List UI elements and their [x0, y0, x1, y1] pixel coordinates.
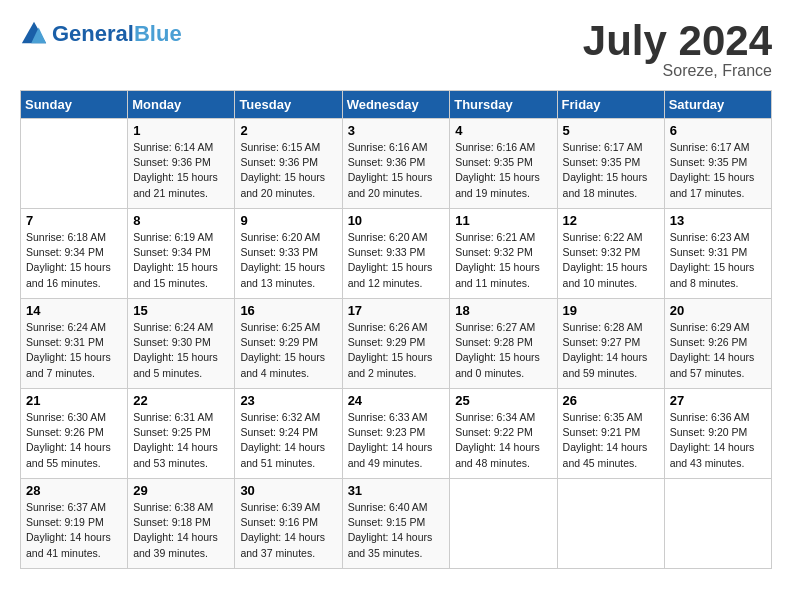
calendar-cell: 6Sunrise: 6:17 AM Sunset: 9:35 PM Daylig… [664, 119, 771, 209]
calendar-cell: 11Sunrise: 6:21 AM Sunset: 9:32 PM Dayli… [450, 209, 557, 299]
day-info: Sunrise: 6:21 AM Sunset: 9:32 PM Dayligh… [455, 230, 551, 291]
day-number: 20 [670, 303, 766, 318]
day-info: Sunrise: 6:22 AM Sunset: 9:32 PM Dayligh… [563, 230, 659, 291]
calendar-cell: 22Sunrise: 6:31 AM Sunset: 9:25 PM Dayli… [128, 389, 235, 479]
calendar-cell: 16Sunrise: 6:25 AM Sunset: 9:29 PM Dayli… [235, 299, 342, 389]
page-header: GeneralBlue July 2024 Soreze, France [20, 20, 772, 80]
day-number: 4 [455, 123, 551, 138]
day-number: 19 [563, 303, 659, 318]
day-info: Sunrise: 6:33 AM Sunset: 9:23 PM Dayligh… [348, 410, 445, 471]
calendar-cell: 8Sunrise: 6:19 AM Sunset: 9:34 PM Daylig… [128, 209, 235, 299]
calendar-cell [450, 479, 557, 569]
day-info: Sunrise: 6:25 AM Sunset: 9:29 PM Dayligh… [240, 320, 336, 381]
day-info: Sunrise: 6:27 AM Sunset: 9:28 PM Dayligh… [455, 320, 551, 381]
day-info: Sunrise: 6:19 AM Sunset: 9:34 PM Dayligh… [133, 230, 229, 291]
day-info: Sunrise: 6:24 AM Sunset: 9:31 PM Dayligh… [26, 320, 122, 381]
day-number: 26 [563, 393, 659, 408]
day-number: 17 [348, 303, 445, 318]
header-tuesday: Tuesday [235, 91, 342, 119]
day-number: 18 [455, 303, 551, 318]
day-number: 6 [670, 123, 766, 138]
day-info: Sunrise: 6:28 AM Sunset: 9:27 PM Dayligh… [563, 320, 659, 381]
calendar-cell: 25Sunrise: 6:34 AM Sunset: 9:22 PM Dayli… [450, 389, 557, 479]
calendar-cell: 18Sunrise: 6:27 AM Sunset: 9:28 PM Dayli… [450, 299, 557, 389]
day-number: 31 [348, 483, 445, 498]
day-info: Sunrise: 6:29 AM Sunset: 9:26 PM Dayligh… [670, 320, 766, 381]
day-number: 10 [348, 213, 445, 228]
day-info: Sunrise: 6:20 AM Sunset: 9:33 PM Dayligh… [348, 230, 445, 291]
day-info: Sunrise: 6:30 AM Sunset: 9:26 PM Dayligh… [26, 410, 122, 471]
calendar-cell: 20Sunrise: 6:29 AM Sunset: 9:26 PM Dayli… [664, 299, 771, 389]
day-info: Sunrise: 6:14 AM Sunset: 9:36 PM Dayligh… [133, 140, 229, 201]
calendar-header-row: SundayMondayTuesdayWednesdayThursdayFrid… [21, 91, 772, 119]
calendar-cell: 24Sunrise: 6:33 AM Sunset: 9:23 PM Dayli… [342, 389, 450, 479]
day-number: 30 [240, 483, 336, 498]
calendar-table: SundayMondayTuesdayWednesdayThursdayFrid… [20, 90, 772, 569]
day-info: Sunrise: 6:34 AM Sunset: 9:22 PM Dayligh… [455, 410, 551, 471]
calendar-cell: 17Sunrise: 6:26 AM Sunset: 9:29 PM Dayli… [342, 299, 450, 389]
header-monday: Monday [128, 91, 235, 119]
calendar-week-1: 1Sunrise: 6:14 AM Sunset: 9:36 PM Daylig… [21, 119, 772, 209]
calendar-cell: 26Sunrise: 6:35 AM Sunset: 9:21 PM Dayli… [557, 389, 664, 479]
title-block: July 2024 Soreze, France [583, 20, 772, 80]
day-number: 3 [348, 123, 445, 138]
header-saturday: Saturday [664, 91, 771, 119]
header-wednesday: Wednesday [342, 91, 450, 119]
calendar-cell: 1Sunrise: 6:14 AM Sunset: 9:36 PM Daylig… [128, 119, 235, 209]
calendar-cell: 29Sunrise: 6:38 AM Sunset: 9:18 PM Dayli… [128, 479, 235, 569]
day-number: 8 [133, 213, 229, 228]
day-info: Sunrise: 6:15 AM Sunset: 9:36 PM Dayligh… [240, 140, 336, 201]
calendar-week-5: 28Sunrise: 6:37 AM Sunset: 9:19 PM Dayli… [21, 479, 772, 569]
day-number: 9 [240, 213, 336, 228]
day-number: 24 [348, 393, 445, 408]
day-number: 7 [26, 213, 122, 228]
day-info: Sunrise: 6:18 AM Sunset: 9:34 PM Dayligh… [26, 230, 122, 291]
calendar-cell [557, 479, 664, 569]
calendar-cell: 15Sunrise: 6:24 AM Sunset: 9:30 PM Dayli… [128, 299, 235, 389]
logo-text: GeneralBlue [52, 23, 182, 45]
header-sunday: Sunday [21, 91, 128, 119]
day-number: 22 [133, 393, 229, 408]
day-number: 12 [563, 213, 659, 228]
calendar-cell: 12Sunrise: 6:22 AM Sunset: 9:32 PM Dayli… [557, 209, 664, 299]
day-number: 27 [670, 393, 766, 408]
day-info: Sunrise: 6:16 AM Sunset: 9:35 PM Dayligh… [455, 140, 551, 201]
day-info: Sunrise: 6:24 AM Sunset: 9:30 PM Dayligh… [133, 320, 229, 381]
calendar-cell: 3Sunrise: 6:16 AM Sunset: 9:36 PM Daylig… [342, 119, 450, 209]
header-friday: Friday [557, 91, 664, 119]
calendar-cell: 30Sunrise: 6:39 AM Sunset: 9:16 PM Dayli… [235, 479, 342, 569]
header-thursday: Thursday [450, 91, 557, 119]
calendar-cell: 14Sunrise: 6:24 AM Sunset: 9:31 PM Dayli… [21, 299, 128, 389]
calendar-week-4: 21Sunrise: 6:30 AM Sunset: 9:26 PM Dayli… [21, 389, 772, 479]
day-info: Sunrise: 6:20 AM Sunset: 9:33 PM Dayligh… [240, 230, 336, 291]
day-number: 2 [240, 123, 336, 138]
day-info: Sunrise: 6:32 AM Sunset: 9:24 PM Dayligh… [240, 410, 336, 471]
month-year-title: July 2024 [583, 20, 772, 62]
calendar-week-2: 7Sunrise: 6:18 AM Sunset: 9:34 PM Daylig… [21, 209, 772, 299]
calendar-cell: 27Sunrise: 6:36 AM Sunset: 9:20 PM Dayli… [664, 389, 771, 479]
calendar-cell: 4Sunrise: 6:16 AM Sunset: 9:35 PM Daylig… [450, 119, 557, 209]
day-number: 25 [455, 393, 551, 408]
day-info: Sunrise: 6:31 AM Sunset: 9:25 PM Dayligh… [133, 410, 229, 471]
day-info: Sunrise: 6:26 AM Sunset: 9:29 PM Dayligh… [348, 320, 445, 381]
day-number: 1 [133, 123, 229, 138]
day-number: 29 [133, 483, 229, 498]
day-info: Sunrise: 6:17 AM Sunset: 9:35 PM Dayligh… [563, 140, 659, 201]
day-info: Sunrise: 6:16 AM Sunset: 9:36 PM Dayligh… [348, 140, 445, 201]
calendar-cell: 19Sunrise: 6:28 AM Sunset: 9:27 PM Dayli… [557, 299, 664, 389]
calendar-cell: 28Sunrise: 6:37 AM Sunset: 9:19 PM Dayli… [21, 479, 128, 569]
day-number: 15 [133, 303, 229, 318]
logo: GeneralBlue [20, 20, 182, 48]
day-number: 23 [240, 393, 336, 408]
day-info: Sunrise: 6:36 AM Sunset: 9:20 PM Dayligh… [670, 410, 766, 471]
calendar-cell: 13Sunrise: 6:23 AM Sunset: 9:31 PM Dayli… [664, 209, 771, 299]
day-number: 28 [26, 483, 122, 498]
day-info: Sunrise: 6:23 AM Sunset: 9:31 PM Dayligh… [670, 230, 766, 291]
day-number: 16 [240, 303, 336, 318]
day-info: Sunrise: 6:39 AM Sunset: 9:16 PM Dayligh… [240, 500, 336, 561]
day-number: 5 [563, 123, 659, 138]
calendar-cell: 7Sunrise: 6:18 AM Sunset: 9:34 PM Daylig… [21, 209, 128, 299]
day-info: Sunrise: 6:17 AM Sunset: 9:35 PM Dayligh… [670, 140, 766, 201]
day-number: 21 [26, 393, 122, 408]
day-info: Sunrise: 6:38 AM Sunset: 9:18 PM Dayligh… [133, 500, 229, 561]
